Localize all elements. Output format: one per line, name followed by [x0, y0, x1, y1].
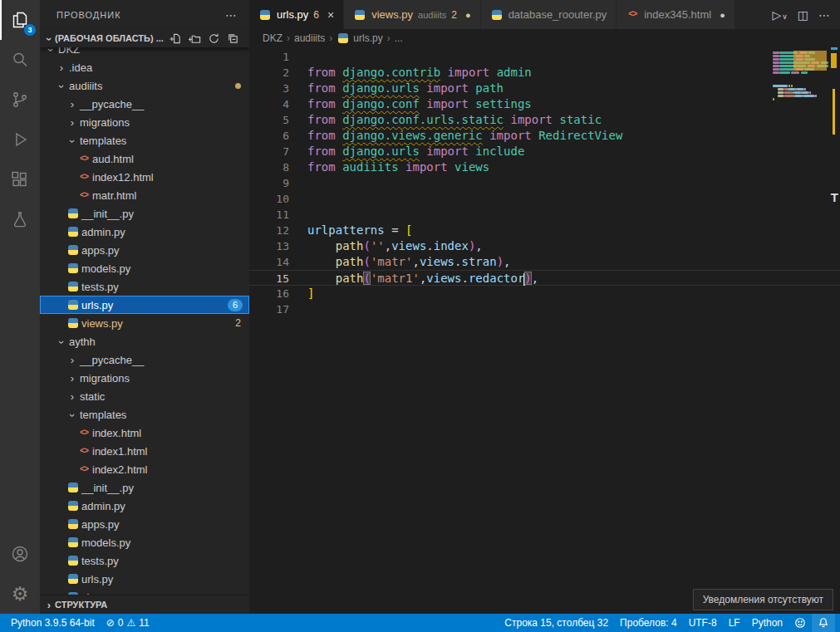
sidebar-more-actions-icon[interactable]: ⋯: [225, 8, 238, 22]
breadcrumb-item-...[interactable]: ...: [395, 32, 403, 44]
tree-item-index1.html[interactable]: <>index1.html: [40, 442, 249, 460]
feedback-button[interactable]: [788, 614, 812, 632]
close-icon[interactable]: ×: [327, 8, 334, 22]
code-token: ): [497, 255, 504, 268]
tree-item-apps.py[interactable]: apps.py: [40, 515, 249, 533]
tree-item-DKZ[interactable]: ›DKZ: [40, 47, 249, 58]
chevron-down-icon: ›: [43, 33, 56, 45]
code-line[interactable]: 16]: [249, 286, 840, 301]
tree-item-views.py[interactable]: views.py2: [40, 314, 249, 332]
tab-database_roouter.py[interactable]: database_roouter.py: [481, 0, 617, 29]
tab-label: urls.py: [277, 8, 308, 21]
tree-item-urls.py[interactable]: urls.py6: [40, 296, 249, 314]
more-actions-button[interactable]: ⋯: [818, 8, 830, 22]
code-line[interactable]: 5from django.conf.urls.static import sta…: [249, 112, 840, 128]
tree-item-aud.html[interactable]: <>aud.html: [40, 149, 249, 168]
code-line[interactable]: 15 path('matr1',views.redactor),: [249, 270, 840, 286]
breadcrumb-item-DKZ[interactable]: DKZ: [263, 32, 282, 44]
tree-item-__init__.py[interactable]: __init__.py: [40, 478, 249, 497]
tree-item-migrations[interactable]: ›migrations: [40, 369, 249, 387]
breadcrumb-item-audiiits[interactable]: audiiits: [294, 32, 325, 44]
tree-item-urls.py[interactable]: urls.py: [40, 570, 249, 588]
tree-item-static[interactable]: ›static: [40, 387, 249, 405]
code-line[interactable]: 14 path('matr',views.stran),: [249, 254, 840, 270]
tree-item-index2.html[interactable]: <>index2.html: [40, 460, 249, 478]
code-token: from: [307, 66, 342, 79]
code-text: from audiiits import views: [289, 159, 489, 175]
code-line[interactable]: 12urlpatterns = [: [249, 223, 840, 238]
tree-item-.idea[interactable]: ›.idea: [40, 58, 249, 76]
problems-status[interactable]: ⊘ 0 ⚠ 11: [101, 614, 155, 632]
code-line[interactable]: 2from django.contrib import admin: [249, 65, 840, 81]
tree-item-templates[interactable]: ›templates: [40, 405, 249, 424]
new-folder-icon[interactable]: [189, 32, 201, 45]
code-line[interactable]: 10: [249, 191, 840, 207]
chevron-down-icon: ›: [66, 135, 79, 147]
source-control-activity-button[interactable]: [0, 80, 40, 120]
tree-item-audiiits[interactable]: ›audiiits: [40, 76, 249, 95]
tree-item-tests.py[interactable]: tests.py: [40, 551, 249, 570]
tree-item-matr.html[interactable]: <>matr.html: [40, 186, 249, 204]
refresh-icon[interactable]: [208, 32, 220, 45]
tree-item-admin.py[interactable]: admin.py: [40, 223, 249, 241]
code-line[interactable]: 8from audiiits import views: [249, 159, 840, 175]
tree-item-admin.py[interactable]: admin.py: [40, 497, 249, 515]
code-token: import: [405, 160, 448, 174]
tab-label: views.py: [371, 8, 413, 21]
code-line[interactable]: 17: [249, 301, 840, 317]
code-token: [448, 160, 454, 174]
tab-urls.py[interactable]: urls.py6×: [249, 0, 344, 29]
tree-item-__init__.py[interactable]: __init__.py: [40, 204, 249, 223]
indentation-status[interactable]: Пробелов: 4: [614, 614, 683, 632]
breadcrumb-separator-icon: ›: [329, 32, 332, 44]
tab-index345.html[interactable]: <>index345.html●: [616, 0, 735, 29]
tree-item-models.py[interactable]: models.py: [40, 259, 249, 277]
code-line[interactable]: 7from django.urls import include: [249, 144, 840, 159]
tree-item-tests.py[interactable]: tests.py: [40, 277, 249, 296]
breadcrumb-item-urls.py[interactable]: urls.py: [336, 32, 382, 44]
extensions-activity-button[interactable]: [0, 159, 40, 199]
explorer-activity-button[interactable]: 3: [0, 0, 40, 40]
tree-item-aythh[interactable]: ›aythh: [40, 332, 249, 350]
testing-activity-button[interactable]: [0, 199, 40, 239]
run-python-file-button[interactable]: ▷ ∨: [772, 8, 787, 22]
tree-item-templates[interactable]: ›templates: [40, 131, 249, 149]
notifications-bell-button[interactable]: [812, 614, 835, 632]
tree-item-__pycache__[interactable]: ›__pycache__: [40, 95, 249, 113]
account-button[interactable]: [0, 534, 40, 574]
code-line[interactable]: 13 path('',views.index),: [249, 238, 840, 254]
encoding-status[interactable]: UTF-8: [683, 614, 723, 632]
python-file-icon: [353, 10, 366, 20]
run-debug-activity-button[interactable]: [0, 120, 40, 159]
language-mode-status[interactable]: Python: [746, 614, 788, 632]
python-interpreter-status[interactable]: Python 3.9.5 64-bit: [5, 614, 101, 632]
workspace-section-header[interactable]: › (РАБОЧАЯ ОБЛАСТЬ) ...: [40, 29, 249, 47]
run-debug-icon: [10, 130, 30, 149]
cursor-position-status[interactable]: Строка 15, столбец 32: [499, 614, 614, 632]
activity-bar: 3: [0, 0, 40, 614]
tree-item-__pycache__[interactable]: ›__pycache__: [40, 350, 249, 369]
settings-button[interactable]: ⚙: [0, 574, 40, 614]
split-editor-button[interactable]: ◫: [798, 8, 808, 22]
code-line[interactable]: 9: [249, 175, 840, 191]
minimap[interactable]: [773, 47, 828, 104]
code-line[interactable]: 4from django.conf import settings: [249, 96, 840, 112]
tab-problems-badge: 6: [313, 9, 319, 21]
code-editor[interactable]: 12from django.contrib import admin3from …: [249, 47, 840, 614]
eol-status[interactable]: LF: [723, 614, 746, 632]
code-line[interactable]: 1: [249, 49, 840, 65]
tree-item-models.py[interactable]: models.py: [40, 533, 249, 551]
code-line[interactable]: 6from django.views.generic import Redire…: [249, 128, 840, 144]
tree-item-migrations[interactable]: ›migrations: [40, 113, 249, 131]
collapse-all-icon[interactable]: [227, 32, 239, 45]
tree-item-apps.py[interactable]: apps.py: [40, 241, 249, 259]
new-file-icon[interactable]: [169, 32, 182, 45]
code-line[interactable]: 11: [249, 207, 840, 223]
tab-views.py[interactable]: views.pyaudiiits2●: [344, 0, 480, 29]
outline-section-header[interactable]: › СТРУКТУРА: [40, 595, 249, 614]
tree-item-index.html[interactable]: <>index.html: [40, 424, 249, 442]
run-dropdown-icon[interactable]: ∨: [782, 12, 788, 21]
tree-item-index12.html[interactable]: <>index12.html: [40, 168, 249, 186]
code-line[interactable]: 3from django.urls import path: [249, 81, 840, 96]
search-activity-button[interactable]: [0, 40, 40, 80]
